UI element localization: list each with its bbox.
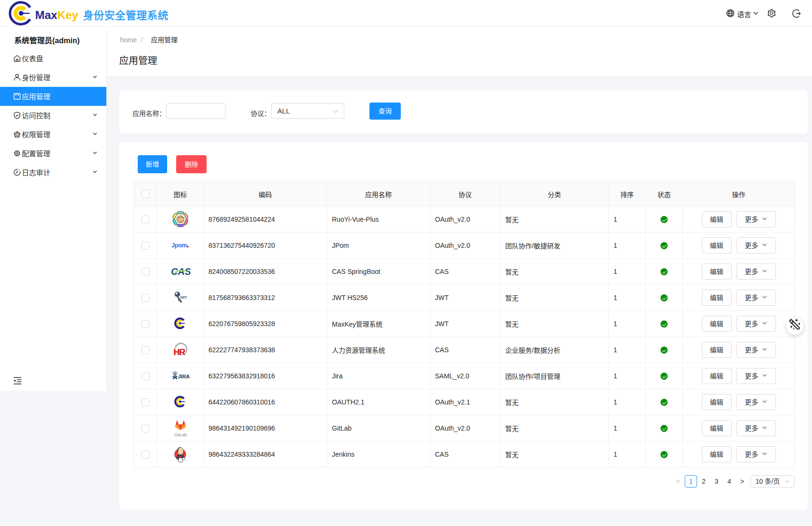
svg-text:Jpom: Jpom <box>171 242 187 249</box>
svg-text:HR: HR <box>173 348 185 357</box>
svg-text:GitLab: GitLab <box>174 432 187 437</box>
svg-text:JIRA: JIRA <box>178 374 189 379</box>
svg-text:JWT: JWT <box>179 295 187 300</box>
